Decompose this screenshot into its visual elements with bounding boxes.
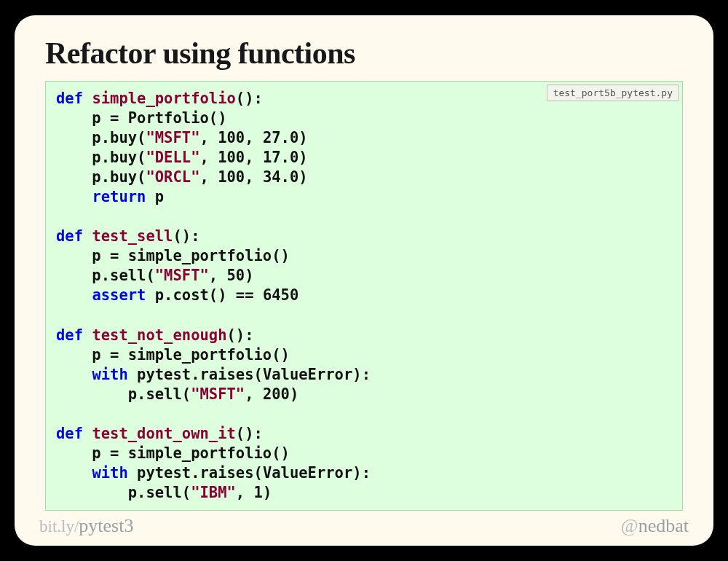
slide-footer: bit.ly/pytest3 @nedbat [15, 515, 713, 537]
code-line: , 100, 34.0) [199, 168, 307, 186]
code-line: p.sell( [56, 484, 191, 501]
keyword-def: def [56, 326, 83, 344]
code-line: p [146, 188, 164, 205]
code-line: p = simple_portfolio() [56, 247, 290, 264]
code-line: p = Portfolio() [56, 109, 227, 127]
code-line: , 100, 17.0) [199, 149, 307, 166]
code-line: p.sell( [56, 385, 191, 403]
code-block: test_port5b_pytest.py def simple_portfol… [45, 81, 683, 511]
keyword-with: with [92, 464, 127, 482]
footer-link-main: pytest3 [79, 515, 133, 536]
code-content: def simple_portfolio(): p = Portfolio() … [56, 89, 672, 503]
func-sig: (): [173, 227, 199, 245]
string-literal: "ORCL" [146, 168, 199, 186]
code-line: p.buy( [56, 129, 146, 146]
keyword-def: def [56, 227, 83, 245]
func-name: test_sell [92, 227, 173, 245]
filename-tab: test_port5b_pytest.py [547, 85, 679, 101]
func-sig: (): [236, 425, 263, 442]
code-line: , 1) [236, 484, 272, 501]
string-literal: "MSFT" [155, 267, 209, 284]
func-name: test_dont_own_it [92, 425, 235, 442]
string-literal: "DELL" [146, 149, 199, 166]
footer-right: @nedbat [621, 515, 689, 537]
code-line: pytest.raises(ValueError): [128, 464, 371, 482]
code-line: p = simple_portfolio() [56, 346, 290, 364]
code-line: , 200) [245, 385, 298, 403]
code-line: p.cost() == 6450 [146, 286, 298, 304]
func-name: test_not_enough [92, 326, 226, 344]
slide-title: Refactor using functions [45, 36, 683, 71]
func-sig: (): [236, 90, 263, 107]
code-line: p.buy( [56, 149, 146, 166]
func-name: simple_portfolio [92, 90, 235, 107]
code-line: pytest.raises(ValueError): [128, 366, 371, 383]
string-literal: "MSFT" [146, 129, 199, 146]
string-literal: "MSFT" [191, 385, 245, 403]
code-line: p = simple_portfolio() [56, 444, 290, 462]
keyword-def: def [56, 425, 83, 442]
code-line: p.sell( [56, 267, 155, 284]
keyword-assert: assert [92, 286, 146, 304]
code-line: , 100, 27.0) [199, 129, 307, 146]
keyword-return: return [92, 188, 146, 205]
footer-link-prefix: bit.ly/ [39, 517, 79, 536]
footer-left: bit.ly/pytest3 [39, 515, 133, 537]
string-literal: "IBM" [191, 484, 236, 501]
footer-at-sign: @ [621, 515, 638, 536]
func-sig: (): [227, 326, 254, 344]
keyword-def: def [56, 90, 83, 107]
code-line: , 50) [209, 267, 254, 284]
slide: Refactor using functions test_port5b_pyt… [15, 15, 713, 546]
footer-handle: nedbat [638, 515, 689, 536]
keyword-with: with [92, 366, 127, 383]
code-line: p.buy( [56, 168, 146, 186]
